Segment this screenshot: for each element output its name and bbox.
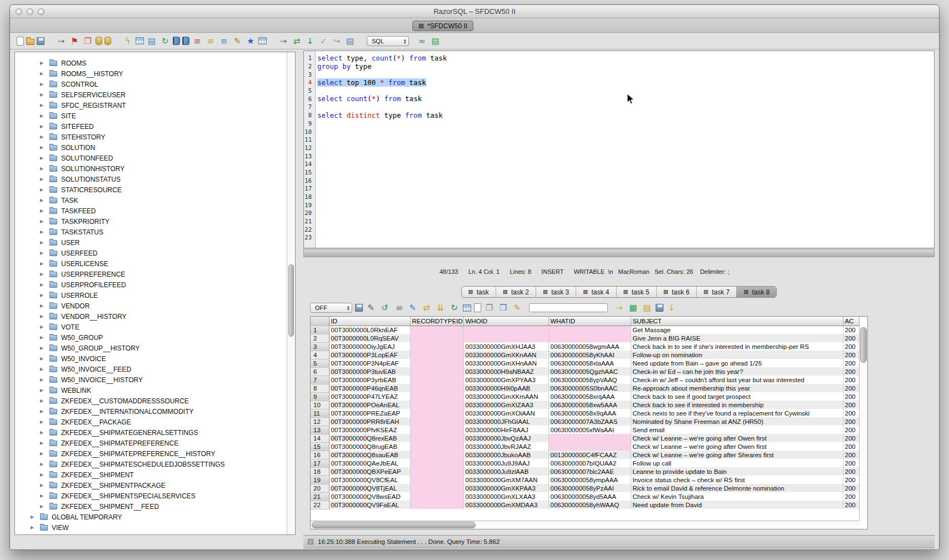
- cell-whatid[interactable]: 00630000007A3bZAAS: [548, 417, 631, 426]
- cell-ac[interactable]: 200: [843, 501, 859, 509]
- expand-arrow-icon[interactable]: ▶: [40, 409, 48, 414]
- expand-arrow-icon[interactable]: ▶: [40, 377, 48, 382]
- cell-id[interactable]: 00T3000000QAeJbEAL: [329, 459, 410, 467]
- column-header-whatid[interactable]: WHATID: [548, 317, 631, 326]
- cell-recordtypeid[interactable]: [410, 467, 463, 476]
- tree-node-zkfedex-shipmatepreference-history[interactable]: ▶ZKFEDEX__SHIPMATEPREFERENCE__HISTORY: [15, 448, 295, 459]
- editor-line[interactable]: 17: [304, 184, 934, 193]
- cell-subject[interactable]: Re-approach about membership this year: [631, 384, 843, 392]
- expand-arrow-icon[interactable]: ▶: [40, 103, 48, 108]
- execute-lightning-icon[interactable]: ϟ: [122, 36, 133, 47]
- cell-subject[interactable]: Check w/ Leanne – we're going after Shea…: [631, 451, 843, 459]
- expand-arrow-icon[interactable]: ▶: [31, 514, 38, 519]
- save-grid-icon[interactable]: [656, 304, 663, 312]
- cell-whoid[interactable]: 0033000000GmXHnAAN: [463, 359, 548, 367]
- expand-arrow-icon[interactable]: ▶: [40, 335, 48, 340]
- autocommit-select[interactable]: OFF▴▾: [310, 303, 352, 313]
- tree-node-taskfeed[interactable]: ▶TASKFEED: [15, 206, 295, 216]
- cell-id[interactable]: 00T3000000PfvKSEAZ: [329, 426, 410, 434]
- cell-whoid[interactable]: 0033000000Ju9J9AAJ: [463, 459, 548, 467]
- edit-form-icon[interactable]: [136, 37, 144, 44]
- row-number-cell[interactable]: 10: [311, 401, 329, 409]
- column-header-ac[interactable]: AC: [843, 317, 859, 326]
- cell-subject[interactable]: Check back in to see if she's interested…: [631, 342, 843, 351]
- tab-close-icon[interactable]: ⊠: [418, 22, 424, 30]
- cell-whoid[interactable]: 0033000000GmXMDAA3: [463, 501, 548, 509]
- cell-id[interactable]: 00T3000000L0RqSEAV: [329, 334, 410, 342]
- tree-node-zkfedex-shipmatepreference[interactable]: ▶ZKFEDEX__SHIPMATEPREFERENCE: [15, 438, 295, 448]
- cell-recordtypeid[interactable]: [410, 384, 463, 392]
- editor-line[interactable]: 11: [304, 136, 934, 144]
- tree-node-sfdc-registrant[interactable]: ▶SFDC_REGISTRANT: [15, 100, 295, 111]
- cell-recordtypeid[interactable]: [410, 426, 463, 434]
- minimize-button[interactable]: [27, 8, 33, 15]
- tree-node-zkfedex-shipmatescheduledjobssettings[interactable]: ▶ZKFEDEX__SHIPMATESCHEDULEDJOBSSETTINGS: [15, 459, 295, 469]
- cell-subject[interactable]: Invoice status check – check w/ RS first: [631, 476, 843, 484]
- cell-subject[interactable]: Rick to email David & reference Delmonte…: [631, 484, 843, 492]
- generate-sql-icon[interactable]: ✎: [366, 302, 377, 313]
- cell-whatid[interactable]: 006300000058yPzAAI: [548, 484, 631, 492]
- cell-ac[interactable]: 200: [843, 476, 859, 484]
- row-number-cell[interactable]: 20: [311, 484, 329, 492]
- cell-id[interactable]: 00T3000000PRR8rEAH: [329, 417, 410, 426]
- cell-whoid[interactable]: 0033000000GmXPYAA3: [463, 376, 548, 384]
- editor-hscrollbar[interactable]: [303, 249, 935, 257]
- column-header-id[interactable]: ID: [329, 317, 410, 326]
- view-record-icon[interactable]: 66: [393, 302, 404, 313]
- document-tab[interactable]: ⊠ *SFDCW50 II: [412, 21, 473, 31]
- table-row[interactable]: 1100T3000000PREZaEAP0033000000GmXOiAAN00…: [311, 409, 859, 417]
- table-row[interactable]: 100T3000000L0RknEAFGet Massage200: [311, 326, 859, 334]
- tree-node-zkfedex-shipment-feed[interactable]: ▶ZKFEDEX__SHIPMENT__FEED: [15, 501, 295, 512]
- editor-line[interactable]: 23: [304, 233, 934, 242]
- editor-line[interactable]: 19: [304, 201, 934, 209]
- cell-recordtypeid[interactable]: [410, 392, 463, 401]
- expand-arrow-icon[interactable]: ▶: [40, 398, 48, 403]
- row-number-cell[interactable]: 6: [311, 367, 329, 376]
- insert-record-icon[interactable]: ⇄: [421, 302, 432, 313]
- table-row[interactable]: 1200T3000000PRR8rEAH0033000000JFhGlAAL00…: [311, 417, 859, 426]
- cell-ac[interactable]: 200: [843, 417, 859, 426]
- editor-line[interactable]: 8select distinct type from task: [304, 111, 934, 119]
- database-icon[interactable]: [104, 37, 111, 45]
- tab-close-icon[interactable]: ⊠: [468, 288, 473, 296]
- cell-whatid[interactable]: 00630000007bIQUAA2: [548, 459, 631, 467]
- table-row[interactable]: 800T3000000P46qnEAB0033000000H9i0pAAB006…: [311, 384, 859, 392]
- expand-arrow-icon[interactable]: ▶: [40, 430, 48, 435]
- cell-id[interactable]: 00T3000000QV8wsEAD: [329, 492, 410, 501]
- connect-icon[interactable]: →: [56, 36, 67, 47]
- cell-recordtypeid[interactable]: [410, 434, 463, 442]
- tree-node-w50-group[interactable]: ▶W50_GROUP: [15, 332, 295, 343]
- expand-arrow-icon[interactable]: ▶: [40, 124, 48, 129]
- notebook-icon[interactable]: [173, 37, 180, 45]
- tree-node-weblink[interactable]: ▶WEBLINK: [15, 385, 295, 396]
- results-hscrollbar[interactable]: [311, 521, 859, 529]
- cell-id[interactable]: 00T3000000P3yrbEAB: [329, 376, 410, 384]
- cell-id[interactable]: 00T3000000P3LopEAF: [329, 351, 410, 359]
- cell-subject[interactable]: Get Massage: [631, 326, 843, 334]
- cell-ac[interactable]: 200: [843, 451, 859, 459]
- tab-close-icon[interactable]: ⊠: [663, 288, 668, 296]
- save-results-icon[interactable]: [355, 304, 363, 312]
- result-tab-task-8[interactable]: ⊠task 8: [736, 287, 776, 297]
- duplicate-record-icon[interactable]: ⇊: [435, 302, 446, 313]
- cell-id[interactable]: 00T3000000QV8CfEAL: [329, 476, 410, 484]
- table-row[interactable]: 1500T3000000Q8rugEAB0033000000JbvRJAAZCh…: [311, 442, 859, 451]
- connections-icon[interactable]: ∞: [417, 36, 428, 47]
- expand-arrow-icon[interactable]: ▶: [40, 261, 48, 266]
- expand-arrow-icon[interactable]: ▶: [40, 504, 48, 509]
- cell-ac[interactable]: 200: [843, 492, 859, 501]
- refresh-results-icon[interactable]: ↺: [379, 302, 391, 313]
- expand-arrow-icon[interactable]: ▶: [40, 441, 48, 446]
- cell-id[interactable]: 00T3000000POeAnEAL: [329, 401, 410, 409]
- cell-subject[interactable]: Nominated by Shane Freeman at ANZ (HR50): [631, 417, 843, 426]
- cell-subject[interactable]: Check-in w/ Jeff – couldn't afford last …: [631, 376, 843, 384]
- cell-whatid[interactable]: 0013000000C4fFCAAZ: [548, 451, 631, 459]
- cell-subject[interactable]: Check w/ Kevin Tsujihara: [631, 492, 843, 501]
- expand-arrow-icon[interactable]: ▶: [40, 71, 48, 76]
- fetch-next-icon[interactable]: ↓: [304, 36, 316, 47]
- cell-whatid[interactable]: [548, 326, 631, 334]
- table-row[interactable]: 600T3000000P3tuvEAB0033000000H9aNBAAZ006…: [311, 367, 859, 376]
- cell-id[interactable]: 00T3000000L0RknEAF: [329, 326, 410, 334]
- result-tab-task-6[interactable]: ⊠task 6: [656, 287, 696, 297]
- cell-subject[interactable]: Follow up call: [631, 459, 843, 467]
